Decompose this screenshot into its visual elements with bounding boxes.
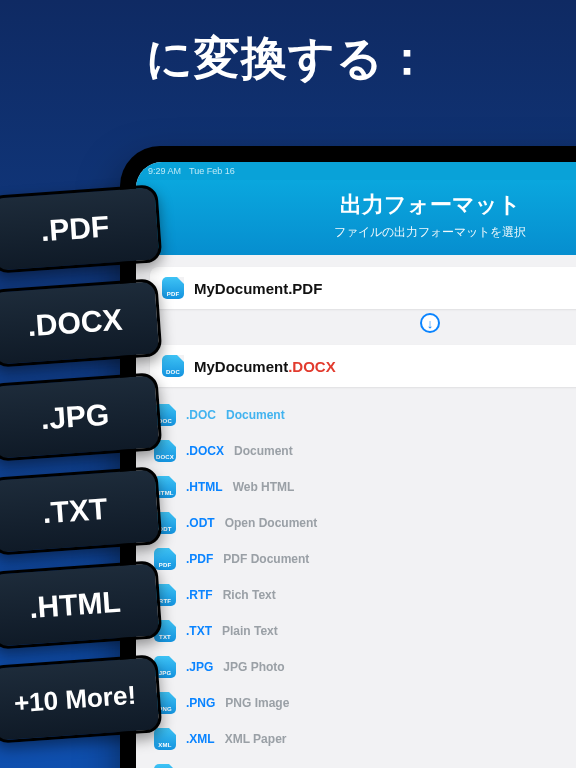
convert-arrow: ↓ <box>136 313 576 333</box>
format-ext: .JPG <box>186 660 213 674</box>
format-pill-html: .HTML <box>0 560 163 650</box>
target-file-name: MyDocument.DOCX <box>194 358 336 375</box>
status-bar: 9:29 AM Tue Feb 16 <box>136 162 576 180</box>
source-file-card: PDF MyDocument.PDF <box>150 267 576 309</box>
format-desc: JPG Photo <box>223 660 284 674</box>
format-pill-pdf: .PDF <box>0 184 163 274</box>
format-pill-jpg: .JPG <box>0 372 163 462</box>
format-ext: .TXT <box>186 624 212 638</box>
status-date: Tue Feb 16 <box>189 166 235 176</box>
format-ext: .RTF <box>186 588 213 602</box>
header-title: 出力フォーマット <box>148 190 576 220</box>
format-row[interactable]: HTML.HTML Web HTML <box>150 469 576 505</box>
tablet-screen: 9:29 AM Tue Feb 16 ‹ 出力フォーマット ファイルの出力フォー… <box>136 162 576 768</box>
file-icon: XPS <box>154 764 176 768</box>
promo-headline: に変換する： <box>0 0 576 108</box>
file-icon: PDF <box>154 548 176 570</box>
format-list: DOC.DOC DocumentDOCX.DOCX DocumentHTML.H… <box>150 397 576 768</box>
header-subtitle: ファイルの出力フォーマットを選択 <box>148 224 576 241</box>
format-desc: Open Document <box>225 516 318 530</box>
file-icon: PDF <box>162 277 184 299</box>
format-desc: Plain Text <box>222 624 278 638</box>
format-row[interactable]: PNG.PNG PNG Image <box>150 685 576 721</box>
format-row[interactable]: XML.XML XML Paper <box>150 721 576 757</box>
format-desc: PNG Image <box>225 696 289 710</box>
format-ext: .HTML <box>186 480 223 494</box>
promo-background: に変換する： .PDF .DOCX .JPG .TXT .HTML +10 Mo… <box>0 0 576 768</box>
format-row[interactable]: ODT.ODT Open Document <box>150 505 576 541</box>
format-ext: .ODT <box>186 516 215 530</box>
format-pill-more: +10 More! <box>0 654 163 744</box>
format-row[interactable]: RTF.RTF Rich Text <box>150 577 576 613</box>
format-row[interactable]: PDF.PDF PDF Document <box>150 541 576 577</box>
arrow-down-icon: ↓ <box>420 313 440 333</box>
format-desc: Rich Text <box>223 588 276 602</box>
status-time: 9:29 AM <box>148 166 181 176</box>
screen-header: ‹ 出力フォーマット ファイルの出力フォーマットを選択 <box>136 180 576 255</box>
format-desc: XML Paper <box>225 732 287 746</box>
source-file-name: MyDocument.PDF <box>194 280 322 297</box>
format-row[interactable]: TXT.TXT Plain Text <box>150 613 576 649</box>
format-desc: Document <box>226 408 285 422</box>
format-ext: .DOC <box>186 408 216 422</box>
target-file-card: DOC MyDocument.DOCX <box>150 345 576 387</box>
format-row[interactable]: XPS.XPS XML Paper <box>150 757 576 768</box>
format-pill-docx: .DOCX <box>0 278 163 368</box>
file-icon: DOC <box>162 355 184 377</box>
format-row[interactable]: DOC.DOC Document <box>150 397 576 433</box>
format-pill-txt: .TXT <box>0 466 163 556</box>
format-ext: .DOCX <box>186 444 224 458</box>
format-desc: Web HTML <box>233 480 295 494</box>
format-ext: .PNG <box>186 696 215 710</box>
format-desc: PDF Document <box>223 552 309 566</box>
format-ext: .XML <box>186 732 215 746</box>
tablet-frame: 9:29 AM Tue Feb 16 ‹ 出力フォーマット ファイルの出力フォー… <box>120 146 576 768</box>
format-row[interactable]: DOCX.DOCX Document <box>150 433 576 469</box>
format-ext: .PDF <box>186 552 213 566</box>
file-icon: XML <box>154 728 176 750</box>
format-row[interactable]: JPG.JPG JPG Photo <box>150 649 576 685</box>
format-desc: Document <box>234 444 293 458</box>
